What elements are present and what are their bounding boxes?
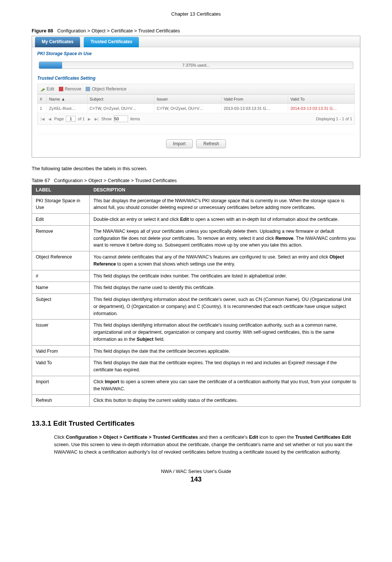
description-cell: This field displays the certificate inde… — [90, 270, 360, 282]
cell-name: ZyXEL-Root… — [47, 104, 87, 113]
remove-button[interactable]: Remove — [59, 86, 82, 92]
pager-prev-icon[interactable]: ◀ — [48, 117, 52, 121]
table-row: NameThis field displays the name used to… — [32, 282, 360, 294]
label-cell: Refresh — [32, 395, 90, 407]
description-cell: This field displays the date that the ce… — [90, 357, 360, 376]
description-cell: This bar displays the percentage of the … — [90, 195, 360, 214]
description-cell: This field displays the date that the ce… — [90, 345, 360, 357]
pager: |◀ ◀ Page of 1 ▶ ▶| Show items Displayin… — [37, 113, 355, 125]
edit-label: Edit — [47, 86, 54, 92]
certificates-table: # Name ▲ Subject Issuer Valid From Valid… — [37, 94, 355, 113]
object-reference-button[interactable]: Object Reference — [86, 86, 126, 92]
object-reference-icon — [86, 87, 90, 91]
pager-page-input[interactable] — [66, 116, 76, 122]
col-subject[interactable]: Subject — [87, 95, 154, 104]
cell-subject: C=TW, O=Zyxel, OU=V… — [87, 104, 154, 113]
cell-issuer: C=TW, O=Zyxel, OU=V… — [154, 104, 221, 113]
section-text-e: icon to open the — [258, 434, 295, 440]
pager-next-icon[interactable]: ▶ — [87, 117, 92, 121]
description-cell: Click this button to display the current… — [90, 395, 360, 407]
col-issuer[interactable]: Issuer — [154, 95, 221, 104]
trusted-setting-title: Trusted Certificates Setting — [37, 76, 355, 81]
section-text-c: and then a certificate's — [198, 434, 249, 440]
pager-first-icon[interactable]: |◀ — [40, 117, 45, 121]
pki-progress-bar: 7.375% used... — [39, 61, 353, 69]
label-cell: Edit — [32, 214, 90, 226]
section-heading: 13.3.1 Edit Trusted Certificates — [32, 419, 360, 428]
figure-caption-text: Configuration > Object > Certificate > T… — [57, 28, 180, 34]
remove-label: Remove — [65, 86, 82, 92]
cell-valid-to: 2014-03-13 03:13:31 G… — [288, 104, 354, 113]
edit-icon — [41, 87, 45, 91]
col-valid-to[interactable]: Valid To — [288, 95, 354, 104]
description-cell: The NWA/WAC keeps all of your certificat… — [90, 225, 360, 251]
description-cell: You cannot delete certificates that any … — [90, 251, 360, 270]
table-row: IssuerThis field displays identifying in… — [32, 320, 360, 345]
cell-valid-from: 2013-03-13 03:13:31 G… — [222, 104, 288, 113]
pager-show-select[interactable] — [114, 115, 128, 122]
figure-caption: Figure 88 Configuration > Object > Certi… — [32, 28, 360, 34]
col-valid-from[interactable]: Valid From — [222, 95, 288, 104]
toolbar: Edit Remove Object Reference — [37, 84, 355, 94]
col-name[interactable]: Name ▲ — [47, 95, 87, 104]
pki-progress-label: 7.375% used... — [182, 63, 210, 67]
label-cell: Name — [32, 282, 90, 294]
pager-display-label: Displaying 1 - 1 of 1 — [316, 117, 352, 121]
section-text-g: screen. Use this screen to view in-depth… — [54, 442, 353, 455]
footer-guide: NWA / WAC Series User's Guide — [32, 469, 360, 474]
table-row: #This field displays the certificate ind… — [32, 270, 360, 282]
table-row: RefreshClick this button to display the … — [32, 395, 360, 407]
col-num[interactable]: # — [38, 95, 47, 104]
table-row[interactable]: 1 ZyXEL-Root… C=TW, O=Zyxel, OU=V… C=TW,… — [38, 104, 355, 113]
screenshot-footer: Import Refresh — [37, 134, 355, 153]
cell-num: 1 — [38, 104, 47, 113]
tab-my-certificates[interactable]: My Certificates — [35, 37, 80, 47]
table-row: Valid ToThis field displays the date tha… — [32, 357, 360, 376]
edit-button[interactable]: Edit — [41, 86, 54, 92]
pager-items-label: items — [130, 117, 140, 121]
pki-storage-title: PKI Storage Space in Use — [37, 51, 355, 56]
table-row: Object ReferenceYou cannot delete certif… — [32, 251, 360, 270]
remove-icon — [59, 87, 63, 91]
table-row: Valid FromThis field displays the date t… — [32, 345, 360, 357]
section-text-b: Configuration > Object > Certificate > T… — [66, 434, 198, 440]
description-cell: This field displays identifying informat… — [90, 294, 360, 320]
intro-text: The following table describes the labels… — [32, 165, 360, 172]
pager-page-label: Page — [54, 117, 64, 121]
label-cell: Valid From — [32, 345, 90, 357]
chapter-header: Chapter 13 Certificates — [32, 11, 360, 17]
section-body: Click Configuration > Object > Certifica… — [54, 434, 360, 456]
figure-label: Figure 88 — [32, 28, 53, 34]
footer-page: 143 — [32, 476, 360, 483]
label-cell: # — [32, 270, 90, 282]
tab-trusted-certificates[interactable]: Trusted Certificates — [84, 37, 139, 47]
label-cell: Object Reference — [32, 251, 90, 270]
description-cell: This field displays the name used to ide… — [90, 282, 360, 294]
label-cell: Remove — [32, 225, 90, 251]
section-text-a: Click — [54, 434, 66, 440]
screenshot-panel: My Certificates Trusted Certificates PKI… — [32, 36, 360, 158]
table-label: Table 67 — [32, 178, 50, 183]
import-button[interactable]: Import — [166, 139, 193, 148]
description-table: LABEL DESCRIPTION PKI Storage Space in U… — [32, 185, 360, 407]
description-cell: Double-click an entry or select it and c… — [90, 214, 360, 226]
pager-last-icon[interactable]: ▶| — [94, 117, 99, 121]
label-cell: Issuer — [32, 320, 90, 345]
refresh-button[interactable]: Refresh — [196, 139, 226, 148]
table-row: RemoveThe NWA/WAC keeps all of your cert… — [32, 225, 360, 251]
description-cell: This field displays identifying informat… — [90, 320, 360, 345]
table-caption-text: Configuration > Object > Certificate > T… — [54, 178, 177, 183]
label-cell: Import — [32, 376, 90, 395]
label-cell: Subject — [32, 294, 90, 320]
table-row: ImportClick Import to open a screen wher… — [32, 376, 360, 395]
table-row: EditDouble-click an entry or select it a… — [32, 214, 360, 226]
label-cell: Valid To — [32, 357, 90, 376]
tab-bar: My Certificates Trusted Certificates — [32, 36, 360, 47]
object-reference-label: Object Reference — [92, 86, 126, 92]
header-description: DESCRIPTION — [90, 185, 360, 195]
pager-of-label: of 1 — [78, 117, 85, 121]
section-text-d: Edit — [249, 434, 258, 440]
pki-progress-fill — [39, 62, 62, 69]
table-row: PKI Storage Space in UseThis bar display… — [32, 195, 360, 214]
description-cell: Click Import to open a screen where you … — [90, 376, 360, 395]
